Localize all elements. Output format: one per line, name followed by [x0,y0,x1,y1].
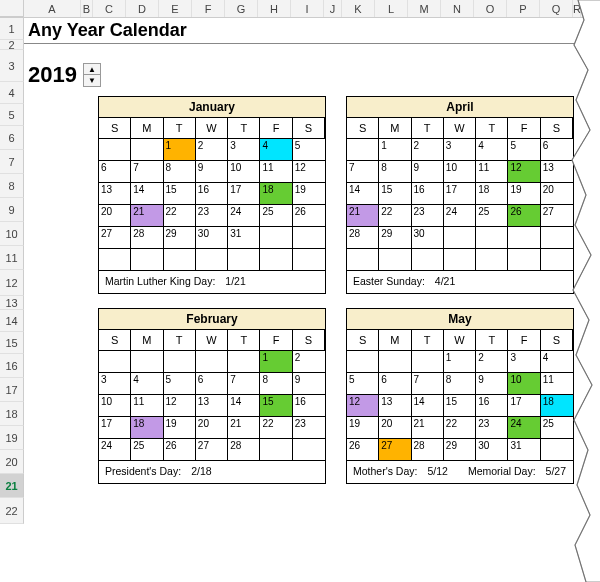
day-cell[interactable]: 2 [196,139,228,161]
day-cell[interactable]: 23 [412,205,444,227]
day-cell[interactable]: 18 [541,395,573,417]
day-cell[interactable]: 23 [476,417,508,439]
row-header-1[interactable]: 1 [0,18,24,40]
day-cell[interactable]: 7 [347,161,379,183]
day-cell[interactable]: 31 [228,227,260,249]
day-cell[interactable] [508,227,540,249]
day-cell[interactable] [508,249,540,271]
day-cell[interactable]: 15 [164,183,196,205]
day-cell[interactable]: 1 [164,139,196,161]
year-spinner[interactable]: ▲ ▼ [83,63,101,87]
day-cell[interactable]: 27 [196,439,228,461]
day-cell[interactable]: 20 [379,417,411,439]
day-cell[interactable] [131,139,163,161]
day-cell[interactable]: 3 [99,373,131,395]
day-cell[interactable] [131,351,163,373]
day-cell[interactable] [131,249,163,271]
day-cell[interactable]: 1 [260,351,292,373]
day-cell[interactable]: 24 [444,205,476,227]
day-cell[interactable]: 26 [347,439,379,461]
day-cell[interactable]: 27 [379,439,411,461]
day-cell[interactable]: 30 [476,439,508,461]
day-cell[interactable]: 19 [508,183,540,205]
spinner-up[interactable]: ▲ [84,64,100,75]
col-header-J[interactable]: J [324,0,342,17]
col-header-R[interactable]: R [573,0,581,17]
day-cell[interactable]: 15 [444,395,476,417]
day-cell[interactable] [541,227,573,249]
day-cell[interactable]: 5 [293,139,325,161]
day-cell[interactable]: 12 [164,395,196,417]
col-header-B[interactable]: B [81,0,93,17]
day-cell[interactable]: 11 [131,395,163,417]
day-cell[interactable]: 31 [508,439,540,461]
row-header-2[interactable]: 2 [0,40,24,50]
day-cell[interactable]: 17 [228,183,260,205]
row-header-20[interactable]: 20 [0,450,24,474]
day-cell[interactable]: 19 [293,183,325,205]
day-cell[interactable]: 29 [444,439,476,461]
day-cell[interactable] [196,249,228,271]
day-cell[interactable] [293,249,325,271]
day-cell[interactable] [228,249,260,271]
day-cell[interactable]: 8 [379,161,411,183]
day-cell[interactable] [196,351,228,373]
day-cell[interactable]: 15 [260,395,292,417]
day-cell[interactable]: 1 [444,351,476,373]
day-cell[interactable]: 3 [444,139,476,161]
day-cell[interactable]: 13 [196,395,228,417]
day-cell[interactable]: 24 [99,439,131,461]
row-header-4[interactable]: 4 [0,82,24,104]
day-cell[interactable]: 6 [196,373,228,395]
day-cell[interactable]: 15 [379,183,411,205]
day-cell[interactable] [541,249,573,271]
row-header-10[interactable]: 10 [0,222,24,246]
day-cell[interactable]: 7 [412,373,444,395]
day-cell[interactable]: 28 [228,439,260,461]
day-cell[interactable]: 21 [347,205,379,227]
day-cell[interactable]: 8 [444,373,476,395]
day-cell[interactable]: 16 [476,395,508,417]
day-cell[interactable]: 18 [131,417,163,439]
day-cell[interactable]: 13 [379,395,411,417]
col-header-M[interactable]: M [408,0,441,17]
day-cell[interactable]: 17 [444,183,476,205]
day-cell[interactable] [99,249,131,271]
day-cell[interactable] [164,249,196,271]
col-header-P[interactable]: P [507,0,540,17]
day-cell[interactable] [347,249,379,271]
day-cell[interactable] [260,227,292,249]
day-cell[interactable]: 7 [228,373,260,395]
day-cell[interactable]: 23 [293,417,325,439]
spinner-down[interactable]: ▼ [84,75,100,86]
row-header-5[interactable]: 5 [0,104,24,126]
col-header-D[interactable]: D [126,0,159,17]
day-cell[interactable]: 30 [412,227,444,249]
day-cell[interactable]: 20 [99,205,131,227]
day-cell[interactable]: 22 [444,417,476,439]
day-cell[interactable]: 28 [347,227,379,249]
row-header-6[interactable]: 6 [0,126,24,150]
day-cell[interactable]: 25 [260,205,292,227]
select-all-corner[interactable] [0,0,24,17]
row-header-15[interactable]: 15 [0,332,24,354]
day-cell[interactable]: 3 [228,139,260,161]
day-cell[interactable]: 25 [131,439,163,461]
day-cell[interactable]: 10 [99,395,131,417]
day-cell[interactable] [260,439,292,461]
day-cell[interactable] [412,249,444,271]
day-cell[interactable]: 14 [412,395,444,417]
day-cell[interactable]: 7 [131,161,163,183]
day-cell[interactable] [99,351,131,373]
day-cell[interactable]: 2 [412,139,444,161]
day-cell[interactable] [444,249,476,271]
day-cell[interactable]: 25 [476,205,508,227]
column-headers[interactable]: ABCDEFGHIJKLMNOPQR [0,0,600,18]
day-cell[interactable]: 11 [260,161,292,183]
day-cell[interactable]: 6 [379,373,411,395]
day-cell[interactable]: 21 [131,205,163,227]
day-cell[interactable]: 10 [444,161,476,183]
day-cell[interactable]: 5 [347,373,379,395]
row-header-22[interactable]: 22 [0,498,24,524]
day-cell[interactable]: 19 [164,417,196,439]
